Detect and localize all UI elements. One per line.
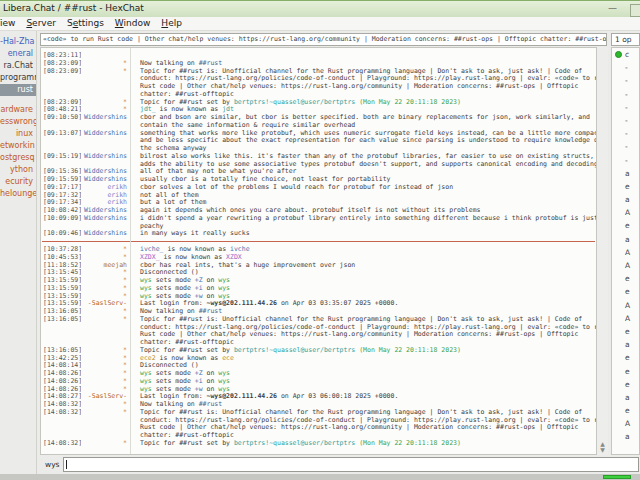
user-nick: A — [625, 248, 630, 257]
tree-item-ostgresq[interactable]: ostgresq — [0, 152, 36, 164]
timestamp: [13:15:59] — [41, 277, 81, 285]
chat-scrollbar[interactable]: ▲▼ — [597, 47, 608, 455]
user-list-item[interactable]: e — [612, 180, 639, 193]
message-text: cbor and bson are similar, but cbor is b… — [135, 114, 596, 122]
user-nick: c — [625, 50, 629, 59]
tree-item-helounge[interactable]: helounge — [0, 188, 36, 200]
gutter — [127, 99, 135, 107]
tree-item-eneral[interactable]: eneral — [0, 48, 36, 60]
tree-item-ecurity[interactable]: ecurity — [0, 176, 36, 188]
nick — [81, 145, 127, 153]
user-list-item[interactable]: - — [612, 154, 639, 167]
chat-message-row: [13:16:05]*Topic for ##rust is: Unoffici… — [41, 316, 596, 324]
user-list-item[interactable]: - — [612, 101, 639, 114]
user-list-item[interactable]: - — [612, 61, 639, 74]
menu-window[interactable]: Window — [115, 17, 151, 30]
user-list-item[interactable]: e — [612, 351, 639, 364]
maximize-button[interactable] — [630, 4, 640, 17]
tree-item--hal-zha[interactable]: -Hal-Zha — [0, 36, 36, 48]
user-list-item[interactable]: a — [612, 391, 639, 404]
user-list-item[interactable]: - — [612, 127, 639, 140]
message-text: wys sets mode +Z on wys — [135, 277, 596, 285]
user-list-item[interactable]: - — [612, 114, 639, 127]
user-list-item[interactable]: e — [612, 285, 639, 298]
chat-message-row: contain the same information & require s… — [41, 122, 596, 130]
timestamp: [13:42:25] — [41, 355, 81, 363]
chat-message-row: chatter: ##rust-offtopic — [41, 432, 596, 440]
user-nick: - — [625, 76, 628, 85]
user-list-item[interactable]: a — [612, 338, 639, 351]
nick — [81, 75, 127, 83]
input-bar: wys — [38, 455, 640, 474]
user-list-item[interactable]: A — [612, 259, 639, 272]
nick: erikh — [81, 199, 127, 207]
user-list-item[interactable]: e — [612, 219, 639, 232]
message-text: Disconnected () — [135, 269, 596, 277]
chat-message-row: conduct: https://rust-lang.org/policies/… — [41, 324, 596, 332]
topic-input[interactable]: «code» to run Rust code | Other chat/hel… — [40, 33, 607, 46]
user-nick: - — [625, 156, 628, 165]
user-list-item[interactable]: A — [612, 417, 639, 430]
nick: * — [81, 370, 127, 378]
user-nick: a — [625, 393, 630, 402]
minimize-button[interactable]: — — [605, 4, 620, 15]
tree-item-rust[interactable]: rust — [0, 84, 36, 96]
user-list-item[interactable]: e — [612, 404, 639, 417]
menu-view[interactable]: View — [0, 17, 15, 30]
chat-message-row: [14:08:27]-SaslServ-Last login from: ~wy… — [41, 393, 596, 401]
user-list-item[interactable]: A — [612, 206, 639, 219]
nick — [81, 331, 127, 339]
gutter — [127, 68, 135, 76]
nick: * — [81, 378, 127, 386]
tree-item-ardware[interactable]: ardware — [0, 104, 36, 116]
user-list-item[interactable]: A — [612, 246, 639, 259]
user-list-item[interactable]: c — [612, 48, 639, 61]
user-list-item[interactable]: a — [612, 167, 639, 180]
chat-message-row: [14:08:32]*Now talking on ##rust — [41, 401, 596, 409]
menu-settings[interactable]: Settings — [67, 17, 104, 30]
user-list-item[interactable]: - — [612, 74, 639, 87]
user-list-item[interactable]: a — [612, 193, 639, 206]
op-status-icon — [615, 51, 622, 58]
user-list-item[interactable]: e — [612, 365, 639, 378]
tree-item-etworkin[interactable]: etworkin — [0, 140, 36, 152]
tree-item-programm[interactable]: programm — [0, 72, 36, 84]
message-text: Rust code | Other chat/help venues: http… — [135, 331, 596, 339]
menu-server[interactable]: Server — [26, 17, 56, 30]
user-list-item[interactable]: e — [612, 272, 639, 285]
tree-item-ra-chat[interactable]: ra.Chat — [0, 60, 36, 72]
message-input[interactable] — [63, 457, 639, 472]
nick — [81, 432, 127, 440]
user-list-item[interactable]: a — [612, 430, 639, 443]
timestamp — [41, 137, 81, 145]
user-list-item[interactable]: e — [612, 325, 639, 338]
user-list-item[interactable]: a — [612, 233, 639, 246]
user-list-item[interactable]: - — [612, 88, 639, 101]
message-text: wys sets mode +Z on wys — [135, 370, 596, 378]
user-nick: A — [625, 261, 630, 270]
nick — [81, 161, 127, 169]
user-list-item[interactable]: - — [612, 140, 639, 153]
channel-tree: -Hal-Zhaeneralra.Chatprogrammrustardware… — [0, 31, 37, 480]
user-nick: A — [625, 314, 630, 323]
tree-item-esswrong[interactable]: esswrong — [0, 116, 36, 128]
message-text: peachy — [135, 223, 596, 231]
nick: * — [81, 440, 127, 448]
message-text: Now talking on ##rust — [135, 308, 596, 316]
gutter — [127, 122, 135, 130]
menu-help[interactable]: Help — [161, 17, 182, 30]
chat-area: [08:23:11][08:23:09]*Now talking on ##ru… — [40, 47, 597, 455]
message-text: chatter: ##rust-offtopic — [135, 339, 596, 347]
message-text: conduct: https://rust-lang.org/policies/… — [135, 324, 596, 332]
user-list-item[interactable]: A — [612, 299, 639, 312]
tree-item-inux[interactable]: inux — [0, 128, 36, 140]
message-text: usually cbor is a totally fine choice, n… — [135, 176, 596, 184]
user-list-item[interactable]: e — [612, 378, 639, 391]
user-list-item[interactable]: A — [612, 312, 639, 325]
scrollbar-arrows-icon[interactable]: ▲▼ — [598, 441, 607, 453]
nick — [81, 122, 127, 130]
timestamp: [14:08:32] — [41, 401, 81, 409]
nick: * — [81, 285, 127, 293]
tree-item-ython[interactable]: ython — [0, 164, 36, 176]
message-text: wys sets mode +w on wys — [135, 293, 596, 301]
